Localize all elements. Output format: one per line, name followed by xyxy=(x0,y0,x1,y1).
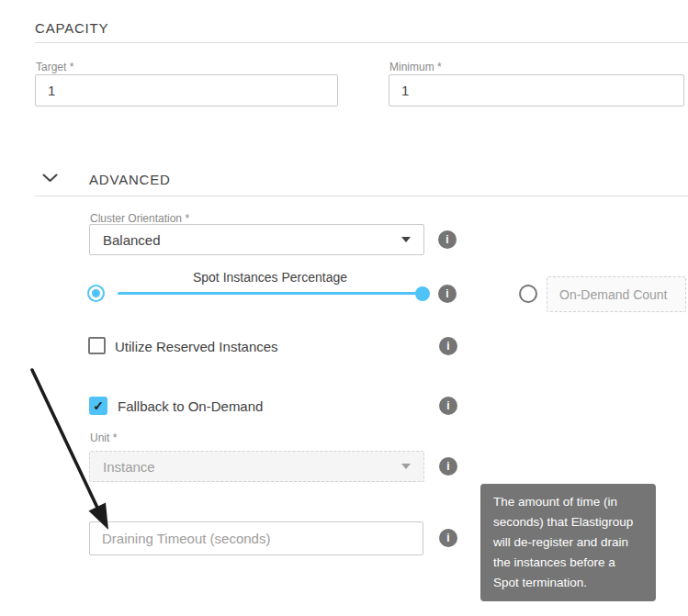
draining-timeout-input[interactable] xyxy=(89,521,423,555)
draining-timeout-info-icon[interactable]: i xyxy=(439,529,457,547)
utilize-reserved-checkbox[interactable] xyxy=(88,337,106,354)
spot-percentage-info-icon[interactable]: i xyxy=(438,285,457,303)
advanced-section-title[interactable]: ADVANCED xyxy=(89,172,171,187)
cluster-orientation-label: Cluster Orientation * xyxy=(90,212,189,225)
capacity-section-title: CAPACITY xyxy=(35,20,108,36)
on-demand-count-radio[interactable] xyxy=(519,285,537,303)
advanced-divider xyxy=(35,196,688,196)
chevron-down-icon[interactable] xyxy=(42,174,58,183)
target-input[interactable] xyxy=(35,74,338,106)
spot-percentage-radio[interactable] xyxy=(87,285,105,302)
caret-down-icon xyxy=(401,237,411,242)
target-label: Target * xyxy=(36,61,73,73)
unit-value: Instance xyxy=(103,459,155,475)
cluster-orientation-select[interactable]: Balanced xyxy=(89,224,424,255)
caret-down-icon xyxy=(401,464,411,469)
unit-label: Unit * xyxy=(90,431,117,444)
unit-select: Instance xyxy=(89,451,424,482)
utilize-reserved-label[interactable]: Utilize Reserved Instances xyxy=(115,339,278,354)
fallback-on-demand-label[interactable]: Fallback to On-Demand xyxy=(118,398,263,414)
fallback-on-demand-checkbox[interactable]: ✓ xyxy=(89,397,107,415)
capacity-divider xyxy=(35,42,688,43)
spot-percentage-slider-thumb[interactable] xyxy=(415,286,430,301)
unit-info-icon[interactable]: i xyxy=(439,457,457,476)
draining-timeout-tooltip: The amount of time (in seconds) that Ela… xyxy=(480,484,656,601)
minimum-input[interactable] xyxy=(389,74,684,106)
spot-percentage-slider-track[interactable] xyxy=(118,292,423,295)
cluster-orientation-value: Balanced xyxy=(103,232,161,248)
spot-percentage-label: Spot Instances Percentage xyxy=(118,270,423,285)
capacity-settings-page: CAPACITY Target * Minimum * ADVANCED Clu… xyxy=(0,0,688,616)
fallback-on-demand-info-icon[interactable]: i xyxy=(439,397,457,415)
cluster-orientation-info-icon[interactable]: i xyxy=(438,230,457,249)
checkmark-icon: ✓ xyxy=(93,398,104,413)
on-demand-count-input xyxy=(547,276,686,312)
minimum-label: Minimum * xyxy=(389,61,442,73)
utilize-reserved-info-icon[interactable]: i xyxy=(439,337,457,355)
